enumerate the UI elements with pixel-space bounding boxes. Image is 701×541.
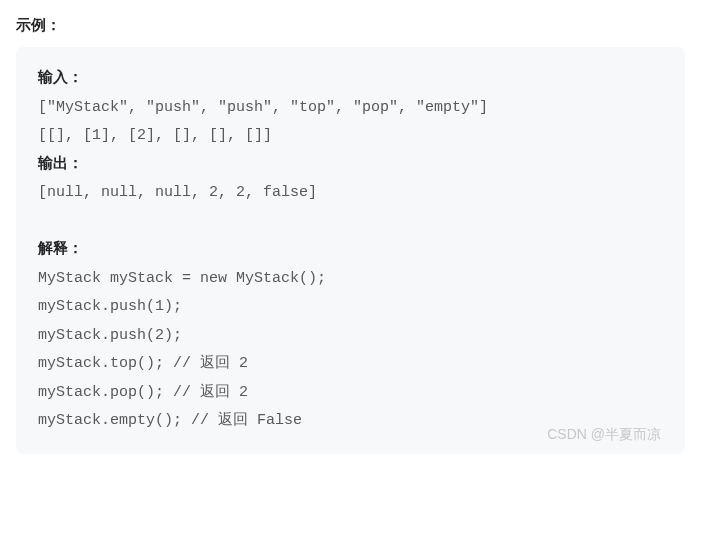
output-label: 输出：: [38, 151, 663, 180]
explain-line: MyStack myStack = new MyStack();: [38, 265, 663, 294]
example-heading: 示例：: [16, 16, 685, 35]
explain-label: 解释：: [38, 236, 663, 265]
explain-line: myStack.push(2);: [38, 322, 663, 351]
explain-line: myStack.pop(); // 返回 2: [38, 379, 663, 408]
output-line: [null, null, null, 2, 2, false]: [38, 179, 663, 208]
input-line-2: [[], [1], [2], [], [], []]: [38, 122, 663, 151]
blank-line: [38, 208, 663, 237]
input-line-1: ["MyStack", "push", "push", "top", "pop"…: [38, 94, 663, 123]
explain-line: myStack.push(1);: [38, 293, 663, 322]
explain-line: myStack.empty(); // 返回 False: [38, 407, 663, 436]
code-example-block: 输入： ["MyStack", "push", "push", "top", "…: [16, 47, 685, 454]
input-label: 输入：: [38, 65, 663, 94]
explain-line: myStack.top(); // 返回 2: [38, 350, 663, 379]
